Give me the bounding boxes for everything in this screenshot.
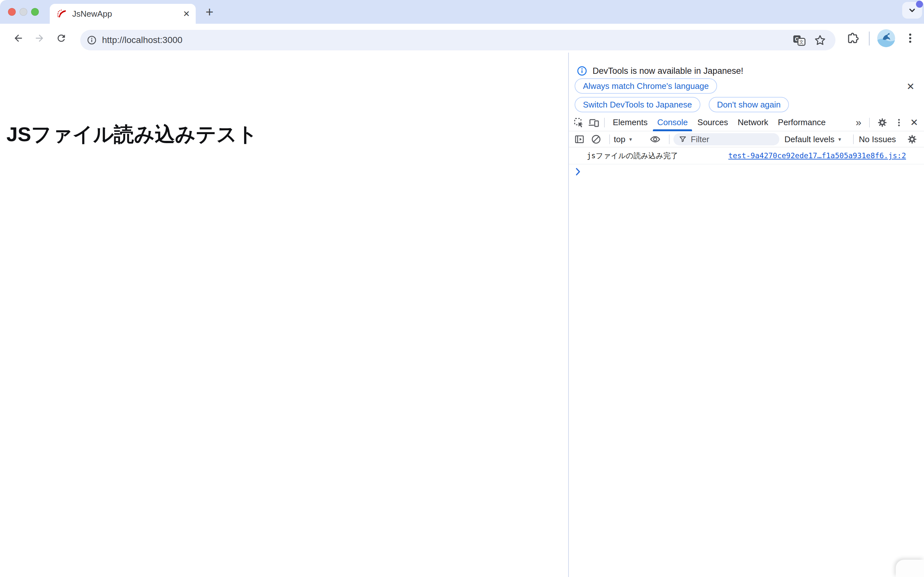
log-levels-dropdown[interactable]: Default levels ▾ xyxy=(784,131,841,147)
console-message-text: jsファイルの読み込み完了 xyxy=(587,151,678,161)
notification-dot xyxy=(916,1,923,8)
devtools-close-icon[interactable]: ✕ xyxy=(908,118,920,127)
console-prompt[interactable] xyxy=(569,164,924,179)
console-toolbar-divider xyxy=(853,134,854,144)
console-filter xyxy=(673,133,779,145)
prompt-chevron-icon xyxy=(576,168,581,176)
svg-text:文: 文 xyxy=(799,39,804,45)
page-heading: JSファイル読み込みテスト xyxy=(6,121,258,148)
log-levels-label: Default levels xyxy=(784,134,834,144)
caret-down-icon: ▾ xyxy=(838,136,841,143)
always-match-language-button[interactable]: Always match Chrome's language xyxy=(575,78,717,94)
tab-search-button[interactable] xyxy=(902,2,922,19)
more-tabs-icon[interactable]: » xyxy=(853,116,864,128)
tab-close-icon[interactable]: ✕ xyxy=(183,10,190,18)
notification-buttons: Always match Chrome's language Switch De… xyxy=(575,78,844,112)
url-text[interactable]: http://localhost:3000 xyxy=(102,35,183,45)
console-sidebar-icon[interactable] xyxy=(572,132,587,146)
issues-counter[interactable]: No Issues xyxy=(859,131,896,147)
devtools-kebab-menu-icon[interactable] xyxy=(892,116,906,130)
toolbar-divider xyxy=(869,31,870,45)
page-viewport: JSファイル読み込みテスト xyxy=(0,53,568,577)
browser-window: JsNewApp ✕ + xyxy=(0,0,924,577)
console-toolbar-divider xyxy=(669,134,670,144)
devtools-panel: DevTools is now available in Japanese! A… xyxy=(569,53,924,577)
notification-title: DevTools is now available in Japanese! xyxy=(592,66,744,76)
kebab-menu-icon[interactable] xyxy=(904,32,916,44)
tab-console[interactable]: Console xyxy=(652,114,692,131)
corner-overlay xyxy=(896,560,924,577)
clear-console-icon[interactable] xyxy=(589,132,604,146)
macos-close-button[interactable] xyxy=(8,8,16,16)
console-filter-input[interactable] xyxy=(691,134,779,144)
live-expression-eye-icon[interactable] xyxy=(648,132,663,146)
translate-icon[interactable]: G 文 xyxy=(792,33,806,47)
devtools-language-notification: DevTools is now available in Japanese! A… xyxy=(569,53,924,114)
url-bar[interactable]: http://localhost:3000 G 文 xyxy=(80,30,835,50)
new-tab-button[interactable]: + xyxy=(202,5,217,19)
console-source-link[interactable]: test-9a4270ce92ede17…f1a505a931e8f6.js:2 xyxy=(728,152,906,160)
switch-to-japanese-button[interactable]: Switch DevTools to Japanese xyxy=(575,97,700,112)
tab-strip: JsNewApp ✕ + xyxy=(0,0,924,24)
tab-performance[interactable]: Performance xyxy=(773,114,831,131)
macos-minimize-button[interactable] xyxy=(19,8,27,16)
device-toolbar-icon[interactable] xyxy=(586,116,601,130)
tabbar-controls: » xyxy=(853,116,924,130)
profile-avatar[interactable] xyxy=(877,29,895,47)
bookmark-star-icon[interactable] xyxy=(814,34,826,47)
info-icon xyxy=(576,66,588,76)
back-arrow-icon[interactable] xyxy=(13,33,24,44)
browser-toolbar: http://localhost:3000 G 文 xyxy=(0,24,924,53)
macos-zoom-button[interactable] xyxy=(31,8,39,16)
inspect-element-icon[interactable] xyxy=(571,116,586,130)
notification-close-icon[interactable]: ✕ xyxy=(904,80,917,93)
devtools-settings-gear-icon[interactable] xyxy=(875,116,890,130)
dont-show-again-button[interactable]: Don't show again xyxy=(709,97,789,112)
caret-down-icon: ▾ xyxy=(629,136,632,143)
context-label: top xyxy=(614,134,625,144)
context-selector[interactable]: top ▾ xyxy=(614,131,632,147)
console-message-row: jsファイルの読み込み完了 test-9a4270ce92ede17…f1a50… xyxy=(569,147,924,164)
tab-sources[interactable]: Sources xyxy=(693,114,733,131)
tab-network[interactable]: Network xyxy=(733,114,773,131)
forward-arrow-icon[interactable] xyxy=(34,33,45,44)
tabbar-divider xyxy=(869,118,870,127)
tab-elements[interactable]: Elements xyxy=(608,114,652,131)
browser-tab[interactable]: JsNewApp ✕ xyxy=(50,4,196,24)
filter-funnel-icon xyxy=(679,135,687,143)
extensions-puzzle-icon[interactable] xyxy=(846,32,858,44)
rails-logo-icon xyxy=(57,9,67,19)
tab-title: JsNewApp xyxy=(72,9,112,19)
tabbar-divider xyxy=(604,118,605,127)
notification-header: DevTools is now available in Japanese! xyxy=(576,66,744,76)
console-settings-gear-icon[interactable] xyxy=(905,132,919,146)
console-toolbar-divider xyxy=(609,134,610,144)
chevron-down-icon xyxy=(907,5,917,15)
site-info-icon[interactable] xyxy=(87,35,97,45)
reload-icon[interactable] xyxy=(56,33,67,44)
console-toolbar: top ▾ Default levels ▾ xyxy=(569,131,924,147)
devtools-tab-bar: Elements Console Sources Network Perform… xyxy=(569,114,924,131)
